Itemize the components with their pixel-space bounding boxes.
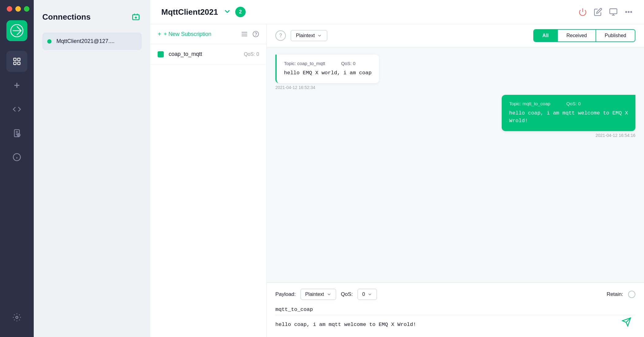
monitor-button[interactable] [609, 8, 618, 16]
qos-selector[interactable]: 0 [358, 289, 377, 300]
subscription-item[interactable]: coap_to_mqtt QoS: 0 [150, 44, 266, 64]
svg-rect-5 [17, 62, 20, 64]
retain-toggle[interactable] [628, 291, 635, 298]
connection-status-dot [47, 39, 52, 44]
subscriptions-header: + + New Subscription [150, 24, 266, 44]
compose-toolbar: Payload: Plaintext QoS: 0 Reta [275, 289, 635, 300]
message-received: Topic: coap_to_mqtt QoS: 0 hello EMQ X w… [275, 55, 379, 90]
nav-icons [6, 51, 27, 331]
message-badge: 2 [235, 7, 246, 17]
edit-button[interactable] [594, 8, 602, 16]
sidebar-item-info[interactable] [6, 147, 27, 168]
sub-topic: coap_to_mqtt [169, 51, 244, 57]
qos-value: 0 [362, 292, 365, 297]
payload-label: Payload: [275, 291, 296, 297]
messages-help-icon[interactable]: ? [275, 30, 286, 41]
connection-title: MqttClient2021 [161, 7, 218, 17]
sidebar [0, 0, 34, 337]
sent-timestamp: 2021-04-12 16:54:16 [502, 133, 635, 138]
filter-tabs: All Received Published [533, 29, 635, 42]
compose-area: Payload: Plaintext QoS: 0 Reta [267, 282, 644, 337]
payload-format-selector[interactable]: Plaintext [301, 289, 336, 300]
sub-list-icon[interactable] [241, 30, 248, 38]
connections-header: Connections [42, 11, 142, 23]
traffic-light-yellow[interactable] [15, 6, 21, 12]
sent-topic-label: Topic: mqtt_to_coap [509, 101, 558, 106]
main-content: MqttClient2021 2 [150, 0, 644, 337]
content-area: + + New Subscription [150, 24, 644, 337]
svg-rect-3 [17, 58, 20, 61]
svg-rect-2 [14, 58, 16, 61]
svg-point-30 [631, 11, 632, 13]
received-qos-label: QoS: 0 [341, 61, 363, 66]
messages-list: Topic: coap_to_mqtt QoS: 0 hello EMQ X w… [267, 47, 644, 282]
filter-tab-all[interactable]: All [534, 30, 558, 41]
sent-qos-label: QoS: 0 [566, 101, 588, 106]
sent-bubble-meta: Topic: mqtt_to_coap QoS: 0 [509, 101, 628, 106]
format-value: Plaintext [296, 33, 315, 38]
connections-title: Connections [42, 12, 90, 22]
svg-rect-25 [610, 9, 617, 14]
traffic-light-green[interactable] [24, 6, 29, 12]
svg-point-35 [256, 35, 256, 36]
svg-point-28 [626, 11, 627, 13]
sidebar-item-settings[interactable] [6, 307, 27, 328]
received-bubble-content: Topic: coap_to_mqtt QoS: 0 hello EMQ X w… [275, 55, 379, 83]
sub-color-indicator [158, 51, 164, 57]
sidebar-item-add[interactable] [6, 75, 27, 96]
message-sent: Topic: mqtt_to_coap QoS: 0 hello coap, i… [502, 95, 635, 138]
chevron-down-icon[interactable] [223, 7, 232, 17]
received-topic-label: Topic: coap_to_mqtt [284, 61, 332, 66]
svg-point-18 [16, 316, 18, 319]
sent-bubble-text: hello coap, i am mqtt welcome to EMQ XWr… [509, 109, 628, 125]
sidebar-item-code[interactable] [6, 99, 27, 120]
traffic-light-red[interactable] [7, 6, 12, 12]
connection-name: MqttClient2021@127.... [56, 38, 114, 45]
filter-tab-published[interactable]: Published [596, 30, 635, 41]
more-button[interactable] [624, 8, 633, 16]
add-connection-button[interactable] [130, 11, 142, 23]
subscriptions-panel: + + New Subscription [150, 24, 267, 337]
filter-tab-received[interactable]: Received [558, 30, 596, 41]
traffic-lights [0, 6, 29, 12]
qos-label: QoS: [341, 291, 353, 297]
svg-rect-4 [14, 62, 16, 64]
connections-panel: Connections MqttClient2021@127.... [34, 0, 150, 337]
connection-item[interactable]: MqttClient2021@127.... [42, 33, 142, 50]
received-timestamp: 2021-04-12 16:52:34 [275, 85, 379, 90]
new-sub-label: + New Subscription [164, 31, 212, 37]
retain-label: Retain: [607, 291, 623, 297]
sidebar-item-connections[interactable] [6, 51, 27, 72]
new-sub-plus-icon: + [158, 31, 161, 38]
svg-point-29 [628, 11, 629, 13]
received-bubble-text: hello EMQ X world, i am coap [284, 69, 372, 77]
sidebar-item-logs[interactable] [6, 123, 27, 144]
send-button[interactable] [620, 316, 633, 328]
new-subscription-button[interactable]: + + New Subscription [158, 31, 241, 38]
sent-bubble-content: Topic: mqtt_to_coap QoS: 0 hello coap, i… [502, 95, 635, 131]
sub-action-icons [241, 30, 259, 38]
sub-help-icon[interactable] [252, 31, 259, 37]
sub-qos: QoS: 0 [244, 52, 259, 57]
compose-message-field[interactable]: hello coap, i am mqtt welcome to EMQ X W… [275, 318, 635, 331]
compose-topic-field[interactable]: mqtt_to_coap [275, 304, 635, 315]
received-bubble-meta: Topic: coap_to_mqtt QoS: 0 [284, 61, 372, 66]
app-logo [6, 20, 27, 41]
topbar-actions [578, 8, 633, 16]
messages-toolbar: ? Plaintext All Received Published [267, 24, 644, 47]
payload-format-value: Plaintext [305, 292, 324, 297]
power-button[interactable] [578, 8, 587, 16]
messages-panel: ? Plaintext All Received Published [267, 24, 644, 337]
topbar: MqttClient2021 2 [150, 0, 644, 24]
format-selector[interactable]: Plaintext [291, 30, 327, 41]
